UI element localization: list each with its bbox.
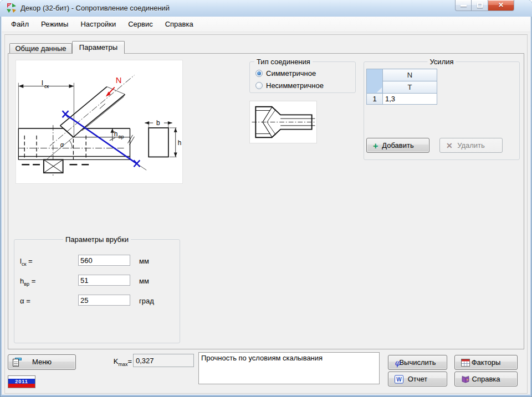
notch-params-title: Параметры врубки: [63, 235, 131, 244]
diagram-hvr-sub: вр: [119, 134, 124, 140]
calculate-button[interactable]: φ Вычислить: [388, 355, 447, 370]
radio-asymmetric-label: Несимметричное: [266, 81, 324, 90]
calculate-button-label: Вычислить: [399, 358, 436, 367]
menu-item-file[interactable]: Файл: [5, 17, 35, 32]
close-icon: ✕: [488, 0, 514, 11]
menu-item-settings[interactable]: Настройки: [74, 17, 122, 32]
year-badge: 2011: [8, 375, 35, 388]
diagram-lck-sub: ск: [44, 84, 49, 89]
radio-symmetric-icon[interactable]: [255, 70, 263, 77]
app-icon: [7, 3, 17, 13]
hvr-eq: =: [32, 277, 36, 285]
hvr-input[interactable]: [78, 275, 130, 286]
alpha-label: α =: [20, 297, 53, 307]
alpha-eq: =: [26, 297, 30, 305]
lck-label: lск =: [20, 257, 53, 267]
title-bar: Декор (32-бит) - Сопротивление соединени…: [0, 0, 532, 17]
notch-diagram-image: l ск N h вр α b h: [16, 60, 183, 184]
menu-button-label: Меню: [32, 358, 52, 366]
forces-group: Усилия N Т 1 1,3 + Добавить ✕ Удалить: [364, 61, 520, 160]
diagram-force-label: N: [116, 76, 122, 85]
report-button[interactable]: W Отчет: [388, 372, 447, 386]
joint-diagram: l ск N h вр α b h: [16, 60, 182, 183]
menu-icon: [12, 358, 22, 367]
window-title: Декор (32-бит) - Сопротивление соединени…: [21, 0, 170, 16]
menu-bar: Файл Режимы Настройки Сервис Справка: [2, 17, 530, 32]
diagram-section-width-label: b: [156, 119, 160, 127]
table-corner-cell[interactable]: [367, 69, 383, 94]
delete-row-button[interactable]: ✕ Удалить: [439, 138, 503, 153]
delete-button-label: Удалить: [457, 141, 485, 149]
app-window: Декор (32-бит) - Сопротивление соединени…: [0, 0, 532, 397]
notch-params-group: Параметры врубки lск = мм hвр = мм α = г…: [14, 239, 180, 343]
joint-type-title: Тип соединения: [254, 58, 313, 66]
forces-title: Усилия: [427, 58, 456, 66]
window-controls: ✕: [455, 0, 514, 11]
minimize-button[interactable]: [455, 0, 472, 11]
symmetric-joint-icon: [250, 101, 316, 143]
radio-symmetric-label: Симметричное: [266, 69, 316, 78]
menu-icon-page: [13, 359, 19, 367]
radio-symmetric[interactable]: Симметричное: [255, 69, 316, 78]
plus-icon: +: [373, 138, 378, 152]
close-button[interactable]: ✕: [488, 0, 514, 11]
menu-item-service[interactable]: Сервис: [122, 17, 159, 32]
menu-item-help[interactable]: Справка: [159, 17, 200, 32]
joint-type-group: Тип соединения Симметричное Несимметричн…: [249, 61, 356, 93]
force-value-cell[interactable]: 1,3: [383, 94, 437, 105]
menu-button[interactable]: Меню: [8, 354, 76, 370]
row-header[interactable]: 1: [367, 94, 383, 105]
lck-eq: =: [28, 257, 33, 265]
add-row-button[interactable]: + Добавить: [366, 138, 429, 153]
tab-general-data[interactable]: Общие данные: [9, 43, 72, 53]
radio-dot: [257, 71, 261, 75]
minimize-icon: [461, 5, 467, 7]
forces-table: N Т 1 1,3: [366, 69, 437, 105]
diagram-section-height-label: h: [178, 139, 182, 147]
lck-unit: мм: [139, 257, 149, 265]
help-button[interactable]: Справка: [454, 372, 518, 386]
word-icon: W: [395, 375, 403, 383]
hvr-sub: вр: [24, 281, 29, 287]
alpha-symbol: α: [20, 297, 24, 305]
diagram-hvr-label: h: [114, 130, 118, 138]
hvr-label: hвр =: [20, 277, 53, 287]
lck-sub: ск: [22, 261, 26, 267]
report-button-label: Отчет: [408, 375, 428, 383]
maximize-icon: [477, 3, 483, 8]
hvr-unit: мм: [139, 277, 149, 285]
kmax-label: Kmax=: [104, 357, 132, 367]
add-button-label: Добавить: [382, 141, 413, 149]
radio-asymmetric-icon[interactable]: [255, 82, 263, 89]
help-button-label: Справка: [472, 375, 500, 383]
table-row: 1 1,3: [367, 94, 437, 105]
kmax-field[interactable]: [133, 354, 194, 367]
phi-icon: φ: [395, 355, 401, 369]
diagram-alpha-label: α: [60, 141, 64, 148]
tab-parameters[interactable]: Параметры: [72, 41, 125, 54]
joint-scheme-image: [249, 101, 317, 143]
radio-asymmetric[interactable]: Несимметричное: [255, 81, 324, 90]
factors-button[interactable]: Факторы: [454, 355, 518, 370]
year-badge-stripe: [8, 384, 35, 388]
column-header-force[interactable]: N: [383, 69, 437, 81]
alpha-input[interactable]: [78, 295, 130, 306]
delete-icon: ✕: [446, 138, 453, 152]
status-textbox[interactable]: Прочность по условиям скалывания: [198, 352, 380, 384]
alpha-unit: град: [139, 297, 154, 305]
kmax-sub: max: [118, 362, 127, 367]
kmax-eq: =: [127, 357, 132, 365]
table-icon: [461, 359, 470, 367]
menu-item-modes[interactable]: Режимы: [35, 17, 74, 32]
column-header-unit[interactable]: Т: [383, 81, 437, 94]
maximize-button[interactable]: [472, 0, 488, 11]
book-icon: [461, 375, 470, 383]
diagram-lck-label: l: [42, 79, 43, 87]
factors-button-label: Факторы: [472, 358, 501, 367]
lck-input[interactable]: [78, 255, 130, 266]
